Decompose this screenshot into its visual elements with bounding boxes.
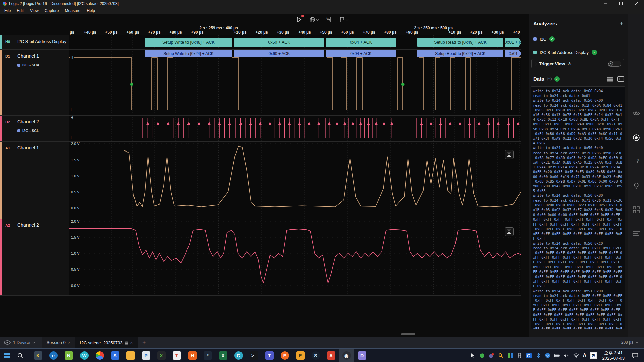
a1-autoscale-button[interactable] <box>505 150 514 159</box>
taskbar-app-kakaotalk[interactable]: K <box>30 349 46 362</box>
channel-name-h0[interactable]: I2C 8-bit Address Display <box>17 39 66 44</box>
taskbar-app-compass-browser[interactable]: C <box>231 349 246 362</box>
tray-shield-icon[interactable] <box>479 353 485 358</box>
taskbar-app-teams[interactable]: T <box>262 349 277 362</box>
i2c-annotation[interactable]: Setup Read to [0x24] + ACK <box>417 50 503 57</box>
dual-app-tray-icon[interactable] <box>507 353 513 358</box>
channel-name-d1[interactable]: Channel 1 <box>17 53 39 59</box>
taskbar-app-excel[interactable]: X <box>215 349 231 362</box>
menu-edit[interactable]: Edit <box>14 8 27 13</box>
tab-close-icon[interactable]: × <box>130 340 133 345</box>
i2c8bit-annotation[interactable]: Setup Read to [0x49] + ACK <box>417 38 503 47</box>
search-tray-icon[interactable] <box>498 353 504 358</box>
new-tab-button[interactable]: + <box>142 339 146 346</box>
analyzer-item-i2c-8bit[interactable]: I2C 8-bit Address Display✓ <box>533 50 597 55</box>
timeline-ruler[interactable]: µs+40 µs+50 µs+60 µs+70 µs+80 µs+90 µs2 … <box>69 25 521 35</box>
data-panel[interactable]: write to 0x24 ack data: 0x60 0x04read to… <box>531 86 625 329</box>
bluetooth-icon[interactable] <box>536 353 541 358</box>
maximize-button[interactable] <box>613 0 629 7</box>
timing-marker-icon[interactable]: 3 <box>633 158 640 167</box>
taskbar-search-button[interactable] <box>13 349 28 362</box>
tips-icon[interactable] <box>633 182 639 191</box>
taskbar-app-firefox[interactable]: F <box>277 349 292 362</box>
a2-autoscale-button[interactable] <box>505 227 514 236</box>
start-button[interactable] <box>0 349 13 362</box>
annotations-button[interactable] <box>338 16 349 24</box>
menu-file[interactable]: File <box>1 8 14 13</box>
data-line: read to 0x24 ack data: 0x19 0x85 0x98 0x… <box>533 150 625 155</box>
visibility-icon[interactable] <box>633 111 640 117</box>
data-terminal-view-button[interactable] <box>617 76 624 83</box>
tray-cursor-icon[interactable] <box>470 353 476 358</box>
data-table-view-button[interactable] <box>607 77 613 83</box>
help-icon[interactable]: ? <box>547 77 552 81</box>
taskbar-app-terminal[interactable]: >_ <box>246 349 262 362</box>
wifi-icon[interactable] <box>573 353 579 358</box>
d1-high-marker: H <box>70 56 74 60</box>
volume-icon[interactable] <box>564 353 570 358</box>
menu-measure[interactable]: Measure <box>62 8 84 13</box>
i2c8bit-annotation[interactable]: 0x04 + ACK <box>326 38 396 47</box>
action-center-icon[interactable] <box>632 353 638 358</box>
i2c8bit-annotation[interactable]: 0x01 + N <box>505 38 521 47</box>
channel-analyzer-d2[interactable]: I2C - SCL <box>17 129 39 133</box>
usb-icon[interactable] <box>517 353 523 358</box>
zoom-level-selector[interactable]: 208 µs <box>621 340 638 345</box>
photos-icon: P <box>142 351 150 360</box>
device-selector[interactable]: 1 Device <box>4 340 35 345</box>
i2c-annotation[interactable]: 0x04 + ACK <box>326 50 396 57</box>
defender-icon[interactable] <box>545 353 551 358</box>
capture-info-icon[interactable] <box>633 134 640 143</box>
taskbar-app-camera-capture[interactable]: ◉ <box>339 349 354 362</box>
i2c-annotation[interactable]: 0x60 + ACK <box>234 50 324 57</box>
trigger-view-row[interactable]: Trigger View ⚠ × <box>531 59 624 68</box>
tab-i2c-saleae[interactable]: I2C saleae_20250703 × <box>75 337 138 348</box>
taskbar-app-steam[interactable]: S <box>308 349 323 362</box>
trigger-button[interactable]: 1 <box>325 16 333 24</box>
ime-language-icon[interactable]: A <box>583 353 587 359</box>
channel-name-a1[interactable]: Channel 1 <box>17 145 39 150</box>
taskbar-app-whale-browser[interactable]: W <box>76 349 92 362</box>
channel-name-d2[interactable]: Channel 2 <box>17 119 39 124</box>
taskbar-app-red-app[interactable]: A <box>323 349 339 362</box>
taskbar-app-xshell[interactable]: X <box>154 349 169 362</box>
close-button[interactable] <box>629 0 644 7</box>
taskbar-app-photos[interactable]: P <box>138 349 154 362</box>
channel-name-a2[interactable]: Channel 2 <box>17 222 39 228</box>
taskbar-app-notepad-plus[interactable]: N <box>61 349 76 362</box>
i2c-annotation[interactable]: Setup Write to [0x24] + ACK <box>145 50 232 57</box>
capture-button[interactable] <box>295 15 303 24</box>
device-settings-button[interactable] <box>308 16 320 24</box>
menu-help[interactable]: Help <box>84 8 98 13</box>
menu-view[interactable]: View <box>27 8 42 13</box>
taskbar-app-purple-app[interactable]: D <box>354 349 370 362</box>
i2c8bit-annotation[interactable]: 0x60 + ACK <box>234 38 324 47</box>
taskbar-app-typora[interactable]: T <box>169 349 184 362</box>
taskbar-app-edge-browser[interactable]: e <box>46 349 61 362</box>
tab-close-icon[interactable]: × <box>68 340 71 345</box>
taskbar-app-hancom-hwp[interactable]: H <box>184 349 200 362</box>
outlook-icon[interactable] <box>526 353 532 358</box>
taskbar-app-everything-search[interactable]: E <box>292 349 308 362</box>
extensions-icon[interactable] <box>633 206 640 215</box>
minimize-button[interactable] <box>598 0 613 7</box>
measurements-icon[interactable] <box>633 231 640 237</box>
ime-korean-icon[interactable]: 한 <box>590 352 597 359</box>
tab-session-0[interactable]: Session 0 × <box>42 337 75 348</box>
track-layer[interactable]: H L H L Setup Write to [0x48] + ACKSetup <box>69 35 521 296</box>
i2c8bit-annotation[interactable]: Setup Write to [0x48] + ACK <box>145 38 232 47</box>
taskbar-app-snowflake-tool[interactable]: * <box>200 349 215 362</box>
battery-icon[interactable] <box>554 353 560 358</box>
channel-analyzer-d1[interactable]: I2C - SDA <box>17 63 39 67</box>
horizontal-scrollbar[interactable] <box>401 333 415 335</box>
trigger-view-toggle[interactable]: × <box>608 61 621 67</box>
i2c-annotation[interactable]: 0x01 <box>505 50 521 57</box>
analyzer-item-i2c[interactable]: I2C✓ <box>533 36 555 42</box>
taskbar-app-folder[interactable] <box>123 349 138 362</box>
taskbar-app-save-tool[interactable]: S <box>107 349 123 362</box>
teams-tray-icon[interactable] <box>489 353 494 358</box>
tray-clock[interactable]: 오후 3:41 2025-07-03 <box>602 350 625 361</box>
menu-capture[interactable]: Capture <box>42 8 62 13</box>
add-analyzer-button[interactable]: + <box>620 21 623 26</box>
taskbar-app-chrome[interactable] <box>92 349 107 362</box>
